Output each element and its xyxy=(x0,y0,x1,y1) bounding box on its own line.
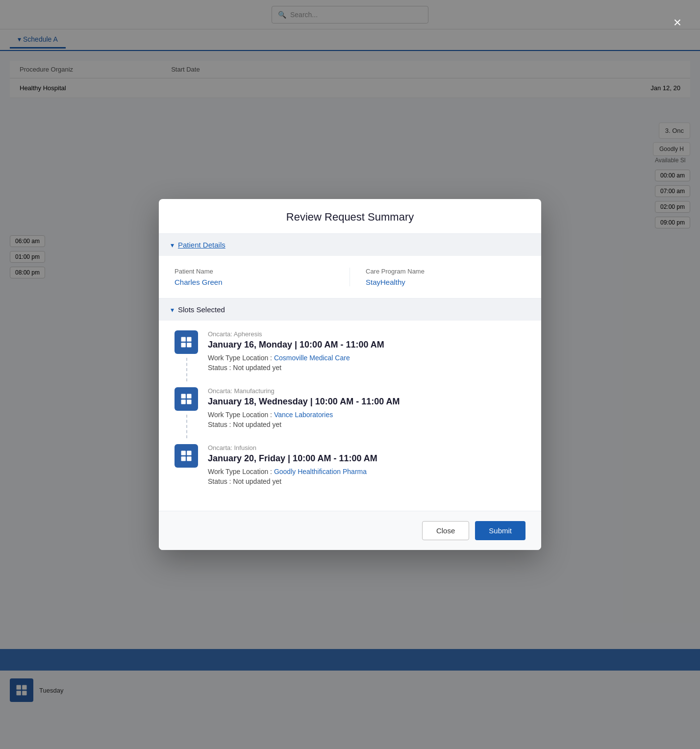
patient-details-title: Patient Details xyxy=(178,241,225,249)
slot-status-1: Status : Not updated yet xyxy=(208,364,525,372)
slot-details-3: Oncarta: Infusion January 20, Friday | 1… xyxy=(208,444,525,485)
modal-title: Review Request Summary xyxy=(175,211,525,224)
svg-rect-13 xyxy=(187,451,191,455)
slot-datetime-3: January 20, Friday | 10:00 AM - 11:00 AM xyxy=(208,453,525,464)
svg-rect-11 xyxy=(187,399,191,404)
patient-name-field: Patient Name Charles Green xyxy=(175,268,350,286)
svg-rect-15 xyxy=(187,456,191,461)
care-program-label: Care Program Name xyxy=(366,268,518,275)
slot-icon-2 xyxy=(175,387,198,411)
slot-status-2: Status : Not updated yet xyxy=(208,421,525,428)
care-program-field: Care Program Name StayHealthy xyxy=(350,268,525,286)
slot-icon-1 xyxy=(175,330,198,354)
slots-list: Oncarta: Apheresis January 16, Monday | … xyxy=(159,321,541,511)
slot-location-1: Work Type Location : Cosmoville Medical … xyxy=(208,354,525,362)
slot-location-link-1[interactable]: Cosmoville Medical Care xyxy=(274,354,350,362)
slot-datetime-2: January 18, Wednesday | 10:00 AM - 11:00… xyxy=(208,397,525,407)
patient-details-section-header[interactable]: ▾ Patient Details xyxy=(159,234,541,256)
slot-item-2: Oncarta: Manufacturing January 18, Wedne… xyxy=(175,387,525,428)
patient-details-body: Patient Name Charles Green Care Program … xyxy=(159,256,541,299)
modal-body: ▾ Patient Details Patient Name Charles G… xyxy=(159,234,541,511)
submit-button[interactable]: Submit xyxy=(475,521,525,540)
svg-rect-10 xyxy=(181,399,186,404)
care-program-value: StayHealthy xyxy=(366,278,518,286)
patient-name-value: Charles Green xyxy=(175,278,334,286)
slot-location-2: Work Type Location : Vance Laboratories xyxy=(208,411,525,419)
slot-datetime-1: January 16, Monday | 10:00 AM - 11:00 AM xyxy=(208,340,525,350)
slot-type-1: Oncarta: Apheresis xyxy=(208,330,525,338)
svg-rect-8 xyxy=(181,394,186,399)
svg-rect-5 xyxy=(187,337,191,342)
modal-header: Review Request Summary xyxy=(159,199,541,234)
patient-name-label: Patient Name xyxy=(175,268,334,275)
slot-item-3: Oncarta: Infusion January 20, Friday | 1… xyxy=(175,444,525,485)
slot-status-3: Status : Not updated yet xyxy=(208,477,525,485)
slot-location-3: Work Type Location : Goodly Healthificat… xyxy=(208,468,525,475)
patient-details-chevron: ▾ xyxy=(171,241,174,249)
slot-location-link-2[interactable]: Vance Laboratories xyxy=(274,411,333,419)
svg-rect-14 xyxy=(181,456,186,461)
slot-location-link-3[interactable]: Goodly Healthification Pharma xyxy=(274,468,367,475)
slot-details-1: Oncarta: Apheresis January 16, Monday | … xyxy=(208,330,525,372)
svg-rect-9 xyxy=(187,394,191,399)
slots-chevron: ▾ xyxy=(171,306,174,314)
slot-item-1: Oncarta: Apheresis January 16, Monday | … xyxy=(175,330,525,372)
close-button[interactable]: Close xyxy=(422,521,469,540)
modal-overlay: × Review Request Summary ▾ Patient Detai… xyxy=(0,0,700,749)
modal-footer: Close Submit xyxy=(159,511,541,550)
svg-rect-4 xyxy=(181,337,186,342)
slots-section-title: Slots Selected xyxy=(178,305,225,314)
svg-rect-7 xyxy=(187,343,191,347)
patient-grid: Patient Name Charles Green Care Program … xyxy=(175,268,525,286)
slot-type-3: Oncarta: Infusion xyxy=(208,444,525,451)
slots-section-header[interactable]: ▾ Slots Selected xyxy=(159,299,541,321)
svg-rect-6 xyxy=(181,343,186,347)
svg-rect-12 xyxy=(181,451,186,455)
slot-details-2: Oncarta: Manufacturing January 18, Wedne… xyxy=(208,387,525,428)
review-request-modal: × Review Request Summary ▾ Patient Detai… xyxy=(159,199,541,550)
slot-icon-3 xyxy=(175,444,198,468)
slot-type-2: Oncarta: Manufacturing xyxy=(208,387,525,395)
modal-close-button[interactable]: × xyxy=(669,14,686,31)
